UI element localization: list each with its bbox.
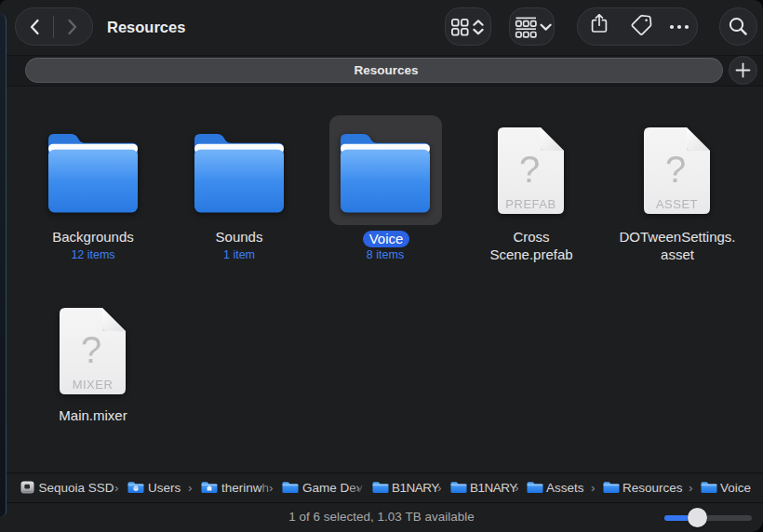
svg-text:?: ? <box>81 329 101 370</box>
svg-text:MIXER: MIXER <box>73 378 114 392</box>
svg-text:?: ? <box>665 149 686 190</box>
svg-text:ASSET: ASSET <box>656 197 698 211</box>
svg-text:?: ? <box>519 149 540 190</box>
svg-text:PREFAB: PREFAB <box>505 197 556 211</box>
